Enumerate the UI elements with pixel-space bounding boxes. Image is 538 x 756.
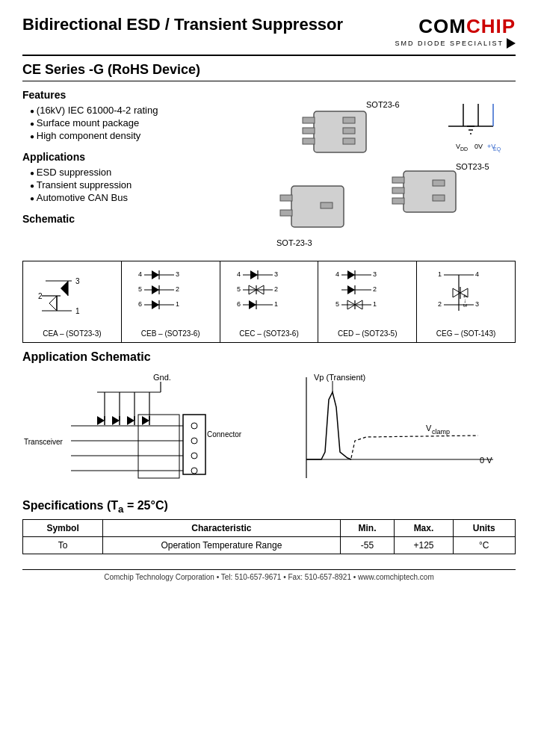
svg-rect-3: [303, 138, 315, 144]
svg-text:1: 1: [274, 300, 278, 308]
logo-box: COMCHIP SMD DIODE SPECIALIST: [395, 15, 516, 49]
svg-text:4: 4: [475, 270, 479, 278]
svg-text:Transceiver: Transceiver: [24, 438, 64, 446]
app-item-3: Automotive CAN Bus: [30, 191, 217, 204]
svg-rect-10: [392, 188, 404, 193]
logo: COMCHIP: [418, 15, 516, 38]
svg-text:4: 4: [237, 270, 241, 278]
svg-marker-40: [49, 296, 57, 311]
feature-item-1: (16kV) IEC 61000-4-2 rating: [30, 104, 217, 117]
feature-item-2: Surface mount package: [30, 117, 217, 129]
svg-rect-12: [433, 180, 445, 186]
svg-text:4→3: 4→3: [462, 294, 469, 307]
logo-subtitle: SMD DIODE SPECIALIST: [395, 38, 516, 49]
svg-text:clamp: clamp: [432, 428, 450, 436]
svg-text:2: 2: [274, 285, 278, 293]
svg-text:SOT-23-3: SOT-23-3: [276, 238, 312, 247]
svg-text:5: 5: [336, 300, 339, 308]
svg-text:3: 3: [75, 277, 80, 285]
svg-marker-53: [152, 285, 159, 294]
svg-text:SOT23-6: SOT23-6: [366, 100, 400, 109]
svg-rect-1: [303, 117, 315, 123]
svg-rect-6: [343, 138, 355, 144]
page-header: Bidirectional ESD / Transient Suppressor…: [22, 15, 516, 56]
cec-cell: 4 3 5 2 6 1 CEC – (SOT23-6): [220, 261, 319, 342]
svg-marker-36: [61, 281, 68, 296]
features-title: Features: [22, 89, 217, 101]
applications-list: ESD suppression Transient suppression Au…: [22, 166, 217, 204]
svg-text:2: 2: [176, 285, 179, 293]
svg-text:0 V: 0 V: [480, 456, 492, 465]
col-symbol: Symbol: [23, 520, 103, 537]
svg-rect-17: [280, 210, 292, 216]
svg-text:DD: DD: [460, 146, 468, 152]
svg-text:2: 2: [373, 285, 377, 293]
svg-text:1: 1: [75, 307, 80, 315]
svg-text:6: 6: [138, 300, 142, 308]
svg-marker-121: [142, 416, 149, 425]
features-row: Features (16kV) IEC 61000-4-2 rating Sur…: [22, 89, 516, 253]
svg-marker-69: [249, 300, 256, 309]
svg-rect-4: [343, 117, 355, 123]
svg-text:3: 3: [176, 270, 179, 278]
svg-text:3: 3: [274, 270, 278, 278]
ced-cell: 4 3 2 5 1 CED – (SOT23-5): [318, 261, 417, 342]
svg-text:5: 5: [138, 285, 142, 293]
app-schematic-title: Application Schematic: [22, 350, 516, 364]
specifications-section: Specifications (Ta = 25°C) Symbol Charac…: [22, 499, 516, 554]
svg-rect-16: [280, 195, 292, 201]
svg-text:3: 3: [373, 270, 377, 278]
svg-rect-101: [183, 415, 205, 474]
svg-marker-112: [97, 416, 105, 425]
svg-rect-8: [404, 171, 456, 212]
svg-rect-2: [303, 128, 315, 134]
svg-marker-81: [347, 270, 355, 279]
svg-text:Vp (Transient): Vp (Transient): [314, 373, 365, 382]
app-item-1: ESD suppression: [30, 166, 217, 179]
svg-point-104: [191, 453, 197, 459]
features-column: Features (16kV) IEC 61000-4-2 rating Sur…: [22, 89, 217, 253]
table-row: To Operation Temperature Range -55 +125 …: [23, 537, 516, 554]
series-title: CE Series -G (RoHS Device): [22, 62, 516, 81]
svg-text:1: 1: [373, 300, 377, 308]
svg-text:1: 1: [176, 300, 179, 308]
svg-text:1: 1: [438, 270, 442, 278]
svg-marker-55: [152, 300, 159, 309]
app-item-2: Transient suppression: [30, 179, 217, 191]
svg-text:EQ: EQ: [493, 146, 501, 152]
app-schematic-content: Gnd. Connector Transceiver: [22, 370, 516, 492]
svg-rect-9: [392, 177, 404, 183]
svg-text:5: 5: [237, 285, 241, 293]
svg-point-105: [191, 468, 197, 474]
ced-label: CED – (SOT23-5): [321, 329, 413, 338]
col-min: Min.: [340, 520, 395, 537]
svg-text:6: 6: [237, 300, 241, 308]
logo-arrow-icon: [507, 38, 516, 49]
svg-text:4: 4: [336, 270, 339, 278]
svg-rect-0: [314, 111, 366, 152]
svg-text:0V: 0V: [474, 143, 483, 150]
app-schematic-section: Application Schematic Gnd. Connector Tra…: [22, 350, 516, 492]
svg-marker-118: [127, 416, 134, 425]
svg-rect-18: [321, 202, 333, 208]
ceg-cell: 1 4 2 3 4→3 CEG – (SOT-143): [417, 261, 515, 342]
col-characteristic: Characteristic: [103, 520, 341, 537]
svg-marker-51: [152, 270, 159, 279]
ceg-diagram: 1 4 2 3 4→3: [436, 266, 496, 326]
svg-text:2: 2: [38, 292, 43, 300]
svg-point-103: [191, 438, 197, 444]
cell-symbol: To: [23, 537, 103, 554]
svg-text:V: V: [426, 424, 432, 433]
waveform-svg: Vp (Transient) 0 V V clamp: [276, 370, 516, 489]
svg-point-102: [191, 423, 197, 429]
feature-item-3: High component density: [30, 129, 217, 142]
ceb-label: CEB – (SOT23-6): [125, 329, 217, 338]
cea-diagram: 3 2 1: [38, 266, 105, 326]
svg-rect-13: [433, 195, 445, 201]
svg-text:Connector: Connector: [207, 430, 242, 439]
applications-title: Applications: [22, 151, 217, 163]
footer: Comchip Technology Corporation • Tel: 51…: [22, 569, 516, 581]
svg-rect-129: [138, 415, 179, 478]
svg-rect-11: [392, 198, 404, 204]
svg-text:3: 3: [475, 300, 479, 308]
